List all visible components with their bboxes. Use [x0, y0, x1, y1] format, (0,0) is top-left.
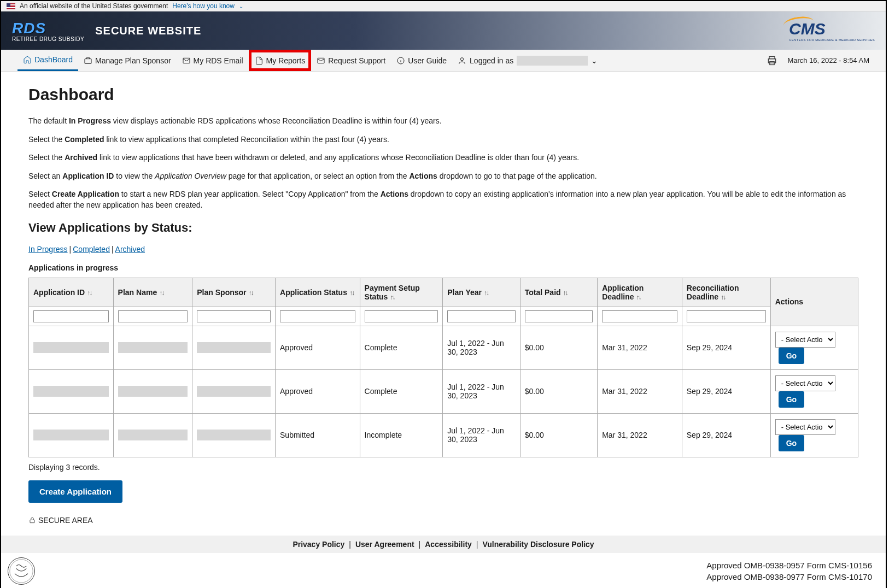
sort-icon: ↑↓ — [721, 293, 725, 301]
th-rec-deadline[interactable]: Reconciliation Deadline↑↓ — [682, 278, 770, 307]
svg-rect-5 — [769, 56, 775, 58]
cms-logo-sub: CENTERS FOR MEDICARE & MEDICAID SERVICES — [789, 38, 875, 42]
print-icon[interactable] — [767, 55, 777, 66]
cell-total-paid: $0.00 — [520, 326, 597, 369]
link-privacy[interactable]: Privacy Policy — [293, 540, 344, 549]
actions-select[interactable]: - Select Action - — [775, 375, 835, 391]
cell-actions: - Select Action -Go — [770, 326, 858, 369]
cell-app-status: Approved — [276, 326, 360, 369]
filter-app-deadline[interactable] — [602, 310, 677, 322]
omb-line-2: Approved OMB-0938-0977 Form CMS-10170 — [706, 571, 872, 583]
cell-pay-status: Incomplete — [360, 413, 443, 457]
sort-icon: ↑↓ — [87, 289, 91, 297]
tab-archived[interactable]: Archived — [115, 245, 145, 254]
cell-actions: - Select Action -Go — [770, 369, 858, 413]
header: RDS RETIREE DRUG SUBSIDY SECURE WEBSITE … — [1, 11, 886, 50]
filter-plan-year[interactable] — [447, 310, 515, 322]
cell-plan-sponsor-redacted — [197, 430, 271, 440]
filter-rec-deadline[interactable] — [687, 310, 766, 322]
cell-rec-deadline: Sep 29, 2024 — [682, 413, 770, 457]
cell-app-deadline: Mar 31, 2022 — [598, 413, 682, 457]
cell-pay-status: Complete — [360, 369, 443, 413]
link-accessibility[interactable]: Accessibility — [425, 540, 472, 549]
view-by-status-heading: View Applications by Status: — [28, 221, 858, 235]
footer-bottom: Approved OMB-0938-0957 Form CMS-10156 Ap… — [1, 553, 886, 588]
nav-dashboard[interactable]: DashBoard — [17, 50, 78, 71]
home-icon — [23, 55, 32, 64]
gov-banner: An official website of the United States… — [1, 1, 886, 11]
nav-manage-plan-sponsor[interactable]: Manage Plan Sponsor — [78, 50, 177, 71]
cell-plan-year: Jul 1, 2022 - Jun 30, 2023 — [443, 326, 520, 369]
cell-app-id-redacted — [33, 342, 109, 353]
filter-plan-name[interactable] — [118, 310, 188, 322]
intro-p3: Select the Archived link to view applica… — [28, 152, 858, 163]
nav-my-rds-email[interactable]: My RDS Email — [177, 50, 249, 71]
main-content: Dashboard The default In Progress view d… — [1, 72, 886, 536]
th-plan-year[interactable]: Plan Year↑↓ — [443, 278, 520, 307]
filter-app-status[interactable] — [280, 310, 355, 322]
support-icon — [317, 56, 325, 65]
intro-p1: The default In Progress view displays ac… — [28, 116, 858, 127]
link-vuln[interactable]: Vulnerability Disclosure Policy — [483, 540, 594, 549]
filter-app-id[interactable] — [33, 310, 109, 322]
filter-plan-sponsor[interactable] — [197, 310, 271, 322]
lock-icon — [28, 516, 36, 524]
rds-logo: RDS — [12, 20, 84, 37]
th-pay-status[interactable]: Payment Setup Status↑↓ — [360, 278, 443, 307]
actions-select[interactable]: - Select Action - — [775, 332, 835, 348]
svg-rect-1 — [183, 58, 190, 63]
go-button[interactable]: Go — [779, 348, 804, 364]
page-title: Dashboard — [28, 85, 858, 104]
nav-my-reports[interactable]: My Reports — [249, 50, 312, 71]
tab-completed[interactable]: Completed — [73, 245, 110, 254]
th-actions: Actions — [770, 278, 858, 326]
file-icon — [255, 56, 264, 65]
us-flag-icon — [7, 3, 15, 9]
info-icon — [396, 56, 405, 65]
applications-table: Application ID↑↓ Plan Name↑↓ Plan Sponso… — [28, 278, 858, 457]
cell-plan-name-redacted — [118, 386, 188, 397]
th-plan-name[interactable]: Plan Name↑↓ — [113, 278, 192, 307]
sort-icon: ↑↓ — [349, 289, 354, 297]
th-app-status[interactable]: Application Status↑↓ — [276, 278, 360, 307]
cell-total-paid: $0.00 — [520, 369, 597, 413]
go-button[interactable]: Go — [779, 435, 804, 451]
cell-plan-name-redacted — [118, 430, 188, 440]
table-title: Applications in progress — [28, 263, 858, 272]
intro-p5: Select Create Application to start a new… — [28, 189, 858, 210]
th-app-deadline[interactable]: Application Deadline↑↓ — [598, 278, 682, 307]
secure-area-label: SECURE AREA — [28, 516, 858, 525]
svg-rect-2 — [318, 58, 324, 63]
cell-rec-deadline: Sep 29, 2024 — [682, 326, 770, 369]
th-app-id[interactable]: Application ID↑↓ — [29, 278, 114, 307]
gov-banner-link[interactable]: Here's how you know — [172, 2, 235, 10]
filter-total-paid[interactable] — [525, 310, 593, 322]
footer-links: Privacy Policy|User Agreement|Accessibil… — [1, 536, 886, 553]
nav-request-support[interactable]: Request Support — [311, 50, 391, 71]
table-row: SubmittedIncompleteJul 1, 2022 - Jun 30,… — [29, 413, 858, 457]
cell-total-paid: $0.00 — [520, 413, 597, 457]
hhs-seal-icon — [8, 557, 35, 585]
cell-plan-year: Jul 1, 2022 - Jun 30, 2023 — [443, 413, 520, 457]
nav-user-guide[interactable]: User Guide — [391, 50, 452, 71]
sort-icon: ↑↓ — [636, 293, 641, 301]
th-plan-sponsor[interactable]: Plan Sponsor↑↓ — [192, 278, 276, 307]
cell-app-status: Approved — [276, 369, 360, 413]
svg-point-4 — [460, 57, 463, 60]
filter-pay-status[interactable] — [365, 310, 438, 322]
link-agreement[interactable]: User Agreement — [355, 540, 414, 549]
tab-in-progress[interactable]: In Progress — [28, 245, 68, 254]
status-tabs: In Progress|Completed|Archived — [28, 245, 858, 254]
th-total-paid[interactable]: Total Paid↑↓ — [520, 278, 597, 307]
sort-icon: ↑↓ — [249, 289, 253, 297]
nav-logged-in[interactable]: Logged in as ⌄ — [452, 50, 603, 71]
sort-icon: ↑↓ — [563, 289, 568, 297]
cell-app-id-redacted — [33, 430, 109, 440]
actions-select[interactable]: - Select Action - — [775, 419, 835, 435]
cell-plan-year: Jul 1, 2022 - Jun 30, 2023 — [443, 369, 520, 413]
go-button[interactable]: Go — [779, 391, 804, 408]
sort-icon: ↑↓ — [390, 293, 394, 301]
create-application-button[interactable]: Create Application — [28, 480, 122, 503]
cell-plan-name-redacted — [118, 342, 188, 353]
header-title: SECURE WEBSITE — [95, 25, 201, 37]
